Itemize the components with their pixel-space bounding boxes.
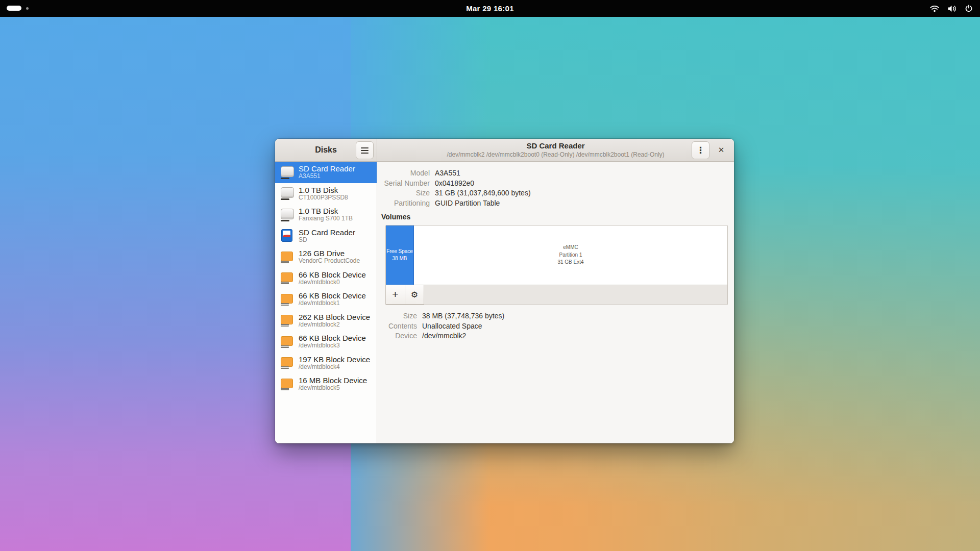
info-value: 0x041892e0	[435, 179, 728, 189]
wifi-icon	[929, 5, 940, 13]
device-list: SD Card Reader A3A551 1.0 TB Disk CT1000…	[275, 162, 377, 443]
sidebar-device-item[interactable]: 66 KB Block Device /dev/mtdblock1	[275, 289, 377, 310]
disks-window: Disks SD Card Reader /dev/mmcblk2 /dev/m…	[275, 139, 734, 443]
gear-icon: ⚙	[411, 291, 418, 299]
power-icon	[965, 5, 973, 13]
info-label: Size	[381, 311, 417, 321]
volume-segment-label: 38 MB	[393, 255, 407, 263]
info-label: Contents	[381, 321, 417, 332]
volume-segment-label: eMMC	[563, 244, 578, 252]
sidebar-device-item[interactable]: SD Card Reader A3A551	[275, 162, 377, 183]
app-title: Disks	[315, 145, 337, 155]
drive-info-grid: Model A3A551 Serial Number 0x041892e0 Si…	[381, 168, 728, 208]
drive-title: SD Card Reader	[526, 141, 584, 151]
flash-icon	[280, 292, 294, 307]
app-menu-button[interactable]	[356, 141, 374, 159]
volume-info-grid: Size 38 MB (37,748,736 bytes) Contents U…	[381, 311, 728, 341]
volume-segment-label: Partition 1	[559, 252, 582, 259]
flash-icon	[280, 270, 294, 286]
system-status-area[interactable]	[929, 0, 973, 17]
close-button[interactable]: ✕	[715, 143, 728, 157]
volume-segment-emmc-partition[interactable]: eMMCPartition 131 GB Ext4	[414, 226, 727, 285]
sidebar-device-item[interactable]: 1.0 TB Disk CT1000P3PSSD8	[275, 183, 377, 205]
volumes-frame: Free Space38 MBeMMCPartition 131 GB Ext4…	[385, 225, 728, 305]
volume-segment-label: Free Space	[386, 248, 413, 256]
main-headerbar: SD Card Reader /dev/mmcblk2 /dev/mmcblk2…	[377, 139, 734, 162]
sd-card-icon	[280, 228, 294, 243]
headerbar-titles: SD Card Reader /dev/mmcblk2 /dev/mmcblk2…	[447, 141, 664, 159]
workspace-indicator-dot[interactable]	[26, 7, 29, 10]
flash-icon	[280, 313, 294, 328]
volumes-heading: Volumes	[381, 213, 728, 221]
info-value: 31 GB (31,037,849,600 bytes)	[435, 188, 728, 198]
info-value: A3A551	[435, 168, 728, 179]
info-label: Serial Number	[381, 179, 430, 189]
close-icon: ✕	[718, 145, 725, 155]
create-partition-button[interactable]: +	[386, 285, 405, 305]
drive-subtitle: /dev/mmcblk2 /dev/mmcblk2boot0 (Read-Onl…	[447, 151, 664, 159]
sidebar-device-item[interactable]: SD Card Reader SD	[275, 226, 377, 247]
drive-menu-button[interactable]: ⋮	[692, 141, 709, 159]
flash-icon	[280, 355, 294, 370]
workspace-indicator-pill[interactable]	[7, 6, 21, 11]
volume-toolbar: + ⚙	[386, 285, 727, 305]
hard-disk-icon	[280, 186, 294, 201]
sidebar-headerbar: Disks	[275, 139, 377, 162]
sidebar-device-item[interactable]: 197 KB Block Device /dev/mtdblock4	[275, 353, 377, 374]
sidebar-device-item[interactable]: 66 KB Block Device /dev/mtdblock3	[275, 331, 377, 353]
info-label: Size	[381, 188, 430, 198]
sidebar-device-item[interactable]: 262 KB Block Device /dev/mtdblock2	[275, 310, 377, 332]
kebab-menu-icon: ⋮	[696, 146, 705, 155]
info-value: Unallocated Space	[422, 321, 728, 332]
drive-details-pane: Model A3A551 Serial Number 0x041892e0 Si…	[377, 162, 734, 443]
hard-disk-icon	[280, 207, 294, 222]
sidebar-device-item[interactable]: 66 KB Block Device /dev/mtdblock0	[275, 268, 377, 289]
clock[interactable]: Mar 29 16:01	[466, 4, 514, 13]
flash-icon	[280, 377, 294, 392]
plus-icon: +	[392, 289, 398, 299]
volume-segment-free-space[interactable]: Free Space38 MB	[386, 226, 414, 285]
info-value: /dev/mmcblk2	[422, 331, 728, 341]
info-label: Partitioning	[381, 198, 430, 209]
sidebar-device-item[interactable]: 126 GB Drive VendorC ProductCode	[275, 246, 377, 268]
info-value: GUID Partition Table	[435, 198, 728, 209]
top-bar: Mar 29 16:01	[0, 0, 980, 17]
sidebar-device-item[interactable]: 1.0 TB Disk Fanxiang S700 1TB	[275, 204, 377, 226]
sidebar-device-item[interactable]: 16 MB Block Device /dev/mtdblock5	[275, 373, 377, 395]
info-value: 38 MB (37,748,736 bytes)	[422, 311, 728, 321]
info-label: Device	[381, 331, 417, 341]
hamburger-icon	[361, 147, 369, 148]
flash-icon	[280, 249, 294, 265]
hard-disk-icon	[280, 165, 294, 180]
flash-icon	[280, 334, 294, 349]
volume-icon	[947, 5, 957, 13]
volume-bar: Free Space38 MBeMMCPartition 131 GB Ext4	[386, 226, 727, 285]
volume-options-button[interactable]: ⚙	[405, 285, 424, 305]
info-label: Model	[381, 168, 430, 179]
volume-segment-label: 31 GB Ext4	[557, 259, 583, 266]
